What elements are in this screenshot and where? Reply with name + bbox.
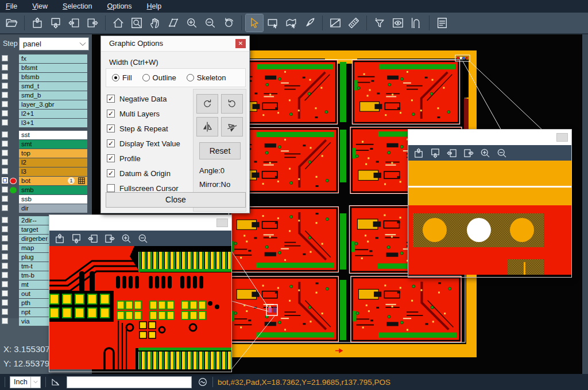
pan-right-button[interactable] bbox=[104, 233, 115, 244]
option-datum-origin[interactable]: ✓Datum & Origin bbox=[107, 166, 193, 181]
dialog-titlebar[interactable]: Graphic Options ✕ bbox=[101, 36, 249, 52]
menu-selection[interactable]: Selection bbox=[63, 2, 92, 10]
layer-checkbox[interactable] bbox=[2, 263, 8, 269]
panel-button[interactable] bbox=[216, 219, 228, 227]
radio-fill[interactable]: Fill bbox=[112, 73, 132, 82]
layer-checkbox[interactable] bbox=[2, 83, 8, 89]
pan-down-button[interactable] bbox=[71, 233, 82, 244]
layer-name[interactable]: l2+1 bbox=[19, 110, 87, 118]
select-cursor-button[interactable] bbox=[246, 14, 263, 32]
layer-row-smd_t[interactable]: smd_t bbox=[0, 82, 92, 91]
pan-hand-button[interactable] bbox=[146, 14, 164, 32]
report-button[interactable] bbox=[434, 14, 451, 32]
option-step-repeat[interactable]: ✓Step & Repeat bbox=[107, 121, 193, 136]
layer-row-l2+1[interactable]: l2+1 bbox=[0, 110, 92, 118]
zoom-out-button[interactable] bbox=[496, 147, 508, 159]
home-button[interactable] bbox=[110, 14, 127, 32]
radio-skeleton[interactable]: Skeleton bbox=[187, 73, 226, 82]
layer-row-smb[interactable]: smb bbox=[0, 186, 92, 194]
radio-dot[interactable] bbox=[142, 74, 150, 81]
checkbox[interactable]: ✓ bbox=[107, 95, 115, 103]
pan-left-button[interactable] bbox=[87, 233, 99, 244]
panel-button[interactable] bbox=[556, 133, 568, 142]
layer-name[interactable]: l3 bbox=[19, 167, 87, 176]
layer-name[interactable]: fx bbox=[19, 54, 87, 63]
layer-checkbox[interactable] bbox=[2, 110, 8, 116]
option-negative-data[interactable]: ✓Negative Data bbox=[107, 91, 193, 106]
radio-dot[interactable] bbox=[187, 74, 194, 81]
pan-left-button[interactable] bbox=[65, 14, 83, 32]
rotate-cw-button[interactable] bbox=[196, 94, 218, 114]
zoom-out-button[interactable] bbox=[202, 14, 219, 32]
layer-row-layer_3.gbr[interactable]: layer_3.gbr bbox=[0, 100, 92, 109]
option-display-text-value[interactable]: ✓Display Text Value bbox=[107, 136, 193, 151]
option-multi-layers[interactable]: ✓Multi Layers bbox=[107, 106, 193, 121]
select-rect-button[interactable] bbox=[264, 14, 281, 32]
layer-row-smt[interactable]: smt bbox=[0, 140, 92, 149]
layer-checkbox[interactable] bbox=[2, 205, 8, 211]
layer-row-l2[interactable]: l2 bbox=[0, 158, 92, 167]
pan-up-button[interactable] bbox=[413, 147, 424, 159]
layer-row-l3+1[interactable]: l3+1 bbox=[0, 119, 92, 127]
layer-checkbox[interactable] bbox=[2, 92, 8, 98]
rotate-ccw-button[interactable] bbox=[221, 94, 243, 114]
magnifier-left-titlebar[interactable] bbox=[49, 215, 231, 231]
layer-row-smd_b[interactable]: smd_b bbox=[0, 91, 92, 100]
layer-checkbox[interactable] bbox=[2, 177, 8, 184]
command-input[interactable] bbox=[67, 376, 192, 388]
pan-up-button[interactable] bbox=[54, 233, 65, 244]
unit-select[interactable]: Inch bbox=[10, 376, 41, 388]
zoom-dynamic-button[interactable] bbox=[165, 14, 182, 32]
close-icon[interactable]: ✕ bbox=[235, 39, 246, 48]
layer-row-fx[interactable]: fx bbox=[0, 54, 92, 63]
layer-name[interactable]: l3+1 bbox=[19, 119, 87, 127]
open-folder-button[interactable] bbox=[3, 14, 20, 32]
layer-row-bfsmb[interactable]: bfsmb bbox=[0, 73, 92, 81]
layer-checkbox[interactable] bbox=[2, 196, 8, 202]
checkbox[interactable]: ✓ bbox=[107, 124, 115, 132]
layer-name[interactable]: bfsmt bbox=[19, 64, 87, 72]
layer-name[interactable]: smb bbox=[19, 186, 87, 194]
checkbox[interactable]: ✓ bbox=[107, 110, 115, 118]
layer-checkbox[interactable] bbox=[2, 217, 8, 223]
menu-help[interactable]: Help bbox=[147, 2, 162, 10]
radio-outline[interactable]: Outline bbox=[142, 73, 176, 82]
layer-checkbox[interactable] bbox=[2, 159, 8, 165]
pan-left-button[interactable] bbox=[446, 147, 458, 159]
layer-checkbox[interactable] bbox=[2, 235, 8, 241]
layer-row-sst[interactable]: sst bbox=[0, 131, 92, 139]
layer-name[interactable]: l2 bbox=[19, 158, 87, 167]
layer-checkbox[interactable] bbox=[2, 186, 8, 193]
view-options-button[interactable] bbox=[389, 14, 407, 32]
layer-checkbox[interactable] bbox=[2, 55, 8, 61]
checkbox[interactable]: ✓ bbox=[107, 154, 115, 162]
zoom-window-button[interactable] bbox=[128, 14, 145, 32]
checkbox[interactable]: ✓ bbox=[107, 139, 115, 147]
layer-checkbox[interactable] bbox=[2, 253, 8, 260]
layer-checkbox[interactable] bbox=[2, 73, 8, 80]
corner-mode-icon[interactable] bbox=[51, 377, 61, 387]
layer-checkbox[interactable] bbox=[2, 290, 8, 297]
layer-name[interactable]: ssb bbox=[19, 195, 87, 204]
layer-checkbox[interactable] bbox=[2, 150, 8, 156]
layer-checkbox[interactable] bbox=[2, 281, 8, 287]
menu-file[interactable]: File bbox=[6, 2, 17, 10]
layer-name[interactable]: smd_b bbox=[19, 91, 87, 100]
select-polygon-button[interactable] bbox=[283, 14, 300, 32]
layer-row-ssb[interactable]: ssb bbox=[0, 195, 92, 204]
zoom-out-button[interactable] bbox=[137, 233, 149, 244]
close-button[interactable]: Close bbox=[106, 192, 246, 208]
snap-button[interactable] bbox=[408, 14, 425, 32]
layer-name[interactable]: bot1 bbox=[19, 177, 87, 185]
layer-name[interactable]: dir bbox=[19, 204, 87, 213]
layer-name[interactable]: layer_3.gbr bbox=[19, 100, 87, 109]
layer-checkbox[interactable] bbox=[2, 226, 8, 232]
pan-right-button[interactable] bbox=[463, 147, 474, 159]
step-select[interactable]: panel bbox=[19, 37, 89, 50]
layer-checkbox[interactable] bbox=[2, 244, 8, 251]
layer-row-bot[interactable]: bot1 bbox=[0, 177, 92, 185]
layer-row-l3[interactable]: l3 bbox=[0, 167, 92, 176]
layer-name[interactable]: bfsmb bbox=[19, 73, 87, 81]
layer-checkbox[interactable] bbox=[2, 64, 8, 71]
layer-checkbox[interactable] bbox=[2, 272, 8, 278]
